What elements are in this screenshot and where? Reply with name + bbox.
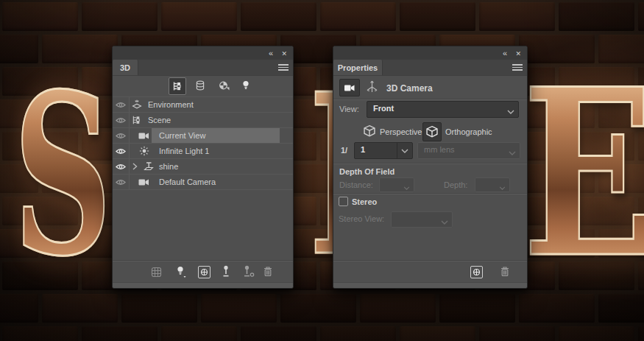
scene-tree-icon: [172, 81, 183, 91]
distance-select: [379, 177, 414, 192]
stereo-view-select: [391, 211, 453, 228]
view-select-value: Front: [373, 104, 394, 113]
lens-unit-value: mm lens: [424, 145, 455, 154]
scene-row-scene[interactable]: Scene: [113, 113, 293, 128]
stereo-view-label: Stereo View:: [339, 214, 384, 223]
meshes-icon: [195, 80, 205, 91]
new-light-b-button[interactable]: [242, 265, 255, 278]
grid-icon: [151, 267, 162, 278]
visibility-toggle[interactable]: [113, 113, 130, 127]
render-button[interactable]: [470, 266, 483, 278]
close-panel-icon[interactable]: ✕: [281, 49, 287, 59]
visibility-toggle[interactable]: [113, 97, 130, 112]
perspective-cube-icon[interactable]: [363, 124, 376, 138]
properties-panel-titlebar[interactable]: « ✕: [333, 46, 527, 60]
environment-sphere-icon: [199, 267, 209, 277]
camera-icon: [138, 178, 149, 186]
row-label: Environment: [148, 100, 194, 109]
add-material-button[interactable]: [151, 267, 162, 278]
collapse-panel-icon[interactable]: «: [269, 48, 272, 58]
row-label: Current View: [159, 131, 205, 140]
filter-whole-scene-button[interactable]: [169, 77, 186, 95]
eye-icon: [116, 117, 126, 124]
distance-label: Distance:: [339, 180, 373, 189]
lens-value: 1: [361, 145, 365, 154]
trash-icon: [500, 266, 510, 277]
visibility-toggle[interactable]: [113, 144, 130, 158]
3d-panel-toolbar: [113, 260, 293, 284]
orthographic-button-box[interactable]: [422, 122, 442, 141]
3d-panel-titlebar[interactable]: « ✕: [113, 46, 293, 60]
coordinates-icon[interactable]: [366, 80, 378, 93]
3d-text-mesh-icon: [144, 161, 154, 172]
scene-row-infinite-light-1[interactable]: Infinite Light 1: [113, 144, 293, 159]
light-stand-circle-icon: [242, 265, 255, 278]
scene-row-environment[interactable]: Environment: [113, 97, 293, 113]
perspective-button[interactable]: Perspective: [380, 127, 422, 136]
filter-materials-button[interactable]: [216, 77, 232, 94]
select-chevron-cell[interactable]: [397, 143, 412, 158]
depth-select: [475, 177, 510, 192]
stereo-label: Stereo: [352, 197, 377, 206]
scene-row-default-camera[interactable]: Default Camera: [113, 175, 293, 190]
row-label: Scene: [148, 116, 171, 124]
trash-icon: [263, 266, 273, 277]
view-select[interactable]: Front: [367, 101, 519, 118]
panel-resize-gripper[interactable]: [113, 282, 293, 288]
photoshop-canvas: S I E « ✕ 3D: [0, 0, 644, 341]
divider: [333, 193, 527, 194]
eye-icon: [116, 102, 126, 108]
properties-panel: « ✕ Properties 3D Camera View: Front: [333, 46, 528, 289]
tab-3d[interactable]: 3D: [113, 60, 138, 75]
chevron-down-icon: [441, 217, 448, 226]
scene-list: Environment Scene: [113, 96, 293, 97]
panel-resize-gripper[interactable]: [333, 282, 527, 288]
visibility-toggle[interactable]: [113, 175, 130, 189]
add-light-button[interactable]: [176, 266, 186, 278]
orthographic-button[interactable]: Orthographic: [445, 127, 492, 136]
orthographic-cube-icon: [425, 125, 439, 138]
close-panel-icon[interactable]: ✕: [515, 49, 521, 59]
chevron-down-icon: [401, 149, 408, 153]
filter-lights-button[interactable]: [238, 77, 254, 94]
depth-label: Depth:: [444, 180, 467, 189]
environment-button[interactable]: [198, 266, 210, 278]
filter-meshes-button[interactable]: [192, 77, 208, 94]
chevron-down-icon: [507, 107, 514, 116]
view-label: View:: [339, 105, 359, 113]
eye-icon: [116, 164, 126, 170]
infinite-light-icon: [139, 146, 149, 156]
properties-panel-toolbar: [333, 260, 527, 284]
panel-menu-icon[interactable]: [512, 64, 523, 71]
chevron-down-icon: [499, 183, 506, 191]
lens-prefix: 1/: [341, 146, 347, 155]
light-bulb-icon: [176, 266, 186, 278]
delete-button[interactable]: [263, 266, 273, 277]
lens-unit-select: mm lens: [417, 142, 520, 159]
copper-letter-s: S: [13, 65, 112, 286]
chevron-down-icon: [509, 148, 516, 157]
scene-row-shine[interactable]: shine: [113, 159, 293, 175]
expand-chevron-icon[interactable]: [132, 163, 138, 170]
copper-letter-e: E: [523, 59, 644, 289]
environment-icon: [132, 99, 142, 110]
new-light-a-button[interactable]: [221, 265, 231, 278]
light-bulb-icon: [241, 80, 250, 91]
panel-menu-icon[interactable]: [278, 64, 289, 71]
visibility-toggle[interactable]: [113, 128, 130, 143]
delete-button[interactable]: [500, 266, 510, 277]
scene-row-current-view[interactable]: Current View: [113, 128, 293, 144]
row-label: Infinite Light 1: [159, 147, 210, 155]
stereo-checkbox[interactable]: [339, 197, 348, 206]
tab-properties[interactable]: Properties: [333, 60, 383, 75]
materials-icon: [219, 80, 230, 91]
lens-value-select[interactable]: 1: [354, 142, 413, 159]
visibility-toggle[interactable]: [113, 159, 130, 174]
3d-panel-tabbar: 3D: [113, 60, 293, 76]
properties-panel-tabbar: Properties: [333, 60, 527, 76]
dof-section-title: Depth Of Field: [339, 167, 394, 176]
collapse-panel-icon[interactable]: «: [503, 48, 506, 58]
divider: [333, 163, 527, 164]
camera-type-button[interactable]: [339, 79, 360, 96]
scene-icon: [132, 115, 142, 125]
